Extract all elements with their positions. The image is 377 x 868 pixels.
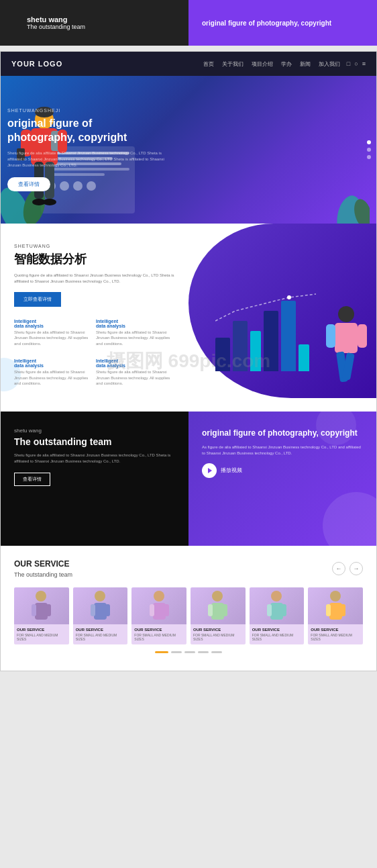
nav-link-about[interactable]: 关于我们 — [222, 60, 244, 68]
data-feature-3: Intelligentdata analysis Shetu figure de… — [14, 356, 89, 389]
nav-link-news[interactable]: 新闻 — [300, 60, 311, 68]
service-card-1-body: OUR SERVICE FOR SMALL AND MEDIUM SIZES — [14, 624, 69, 644]
nav-link-projects[interactable]: 项目介绍 — [252, 60, 273, 68]
hero-leaf-right — [329, 177, 370, 224]
svg-rect-32 — [150, 604, 154, 616]
service-card-3-img-inner — [131, 587, 186, 624]
svg-rect-35 — [211, 603, 224, 620]
service-card-3-image — [131, 587, 186, 624]
data-feature-1: Intelligentdata analysis Shetu figure de… — [14, 316, 89, 349]
data-feature-4: Intelligentdata analysis Shetu figure de… — [96, 356, 171, 389]
search-icon[interactable]: ○ — [354, 60, 358, 67]
service-card-6-image — [308, 587, 363, 624]
nav-link-join[interactable]: 加入我们 — [319, 60, 340, 68]
nav-logo: YOUR LOGO — [11, 60, 62, 68]
split-right: original figure of photography, copyrigh… — [188, 412, 376, 546]
card-person-icon-6 — [324, 589, 347, 623]
purple-blob — [323, 492, 376, 546]
navigation: YOUR LOGO 首页 关于我们 项目介绍 学办 新闻 加入我们 □ ○ ≡ — [1, 52, 376, 76]
hero-dot-2[interactable] — [367, 148, 371, 152]
data-feature-4-desc: Shetu figure de alia affiliated to Shaan… — [96, 369, 171, 386]
play-button[interactable]: 播放视频 — [202, 463, 363, 478]
service-card-5: OUR SERVICE FOR SMALL AND MEDIUM SIZES — [250, 587, 305, 644]
page-dot-1[interactable] — [155, 651, 168, 653]
hero-cta-button[interactable]: 查看详情 — [7, 177, 50, 191]
svg-point-22 — [36, 591, 46, 601]
play-circle[interactable] — [202, 463, 217, 478]
chart-trend-line — [215, 291, 323, 324]
page-dot-4[interactable] — [198, 651, 209, 653]
svg-point-38 — [271, 591, 282, 601]
hero-content: SHETUWANGSHEJI original figure ofphotogr… — [1, 95, 188, 205]
hero-dot-1[interactable] — [367, 140, 371, 144]
svg-rect-41 — [282, 604, 286, 616]
hero-title: original figure ofphotography, copyright — [7, 117, 175, 145]
svg-rect-27 — [94, 603, 107, 620]
service-card-2-subtitle: FOR SMALL AND MEDIUM SIZES — [76, 633, 125, 641]
svg-rect-37 — [223, 604, 227, 616]
data-feature-2: Intelligentdata analysis Shetu figure de… — [96, 316, 171, 349]
menu-icon[interactable]: ≡ — [362, 60, 366, 67]
service-card-5-subtitle: FOR SMALL AND MEDIUM SIZES — [252, 633, 302, 641]
service-card-6-img-inner — [308, 587, 363, 624]
service-next-button[interactable]: → — [349, 562, 363, 575]
data-cta-button[interactable]: 立即查看详情 — [14, 292, 61, 307]
service-card-3-title: OUR SERVICE — [134, 628, 184, 632]
service-card-4-subtitle: FOR SMALL AND MEDIUM SIZES — [193, 633, 243, 641]
data-section: SHETUWANG 智能数据分析 Quoting figure de alia … — [1, 224, 376, 412]
split-left: shetu wang The outstanding team Shetu fi… — [1, 412, 188, 546]
svg-point-34 — [212, 591, 223, 601]
service-card-2-body: OUR SERVICE FOR SMALL AND MEDIUM SIZES — [73, 624, 128, 644]
hero-dots — [367, 140, 371, 159]
svg-rect-25 — [46, 604, 51, 616]
service-card-1: OUR SERVICE FOR SMALL AND MEDIUM SIZES — [14, 587, 69, 644]
svg-rect-21 — [358, 324, 367, 348]
hero-dot-3[interactable] — [367, 155, 371, 159]
website-container: YOUR LOGO 首页 关于我们 项目介绍 学办 新闻 加入我们 □ ○ ≡ — [0, 51, 377, 671]
cart-icon[interactable]: □ — [347, 60, 350, 67]
bar-6 — [299, 344, 309, 371]
play-triangle-icon — [208, 468, 212, 473]
svg-rect-23 — [35, 603, 48, 620]
service-card-3: OUR SERVICE FOR SMALL AND MEDIUM SIZES — [131, 587, 186, 644]
svg-rect-29 — [105, 604, 110, 616]
data-feature-2-title: Intelligentdata analysis — [96, 319, 171, 328]
split-section: shetu wang The outstanding team Shetu fi… — [1, 412, 376, 546]
service-card-5-body: OUR SERVICE FOR SMALL AND MEDIUM SIZES — [250, 624, 305, 644]
card-person-icon-2 — [89, 589, 112, 623]
service-card-3-body: OUR SERVICE FOR SMALL AND MEDIUM SIZES — [131, 624, 186, 644]
service-title: OUR SERVICE — [14, 559, 72, 569]
bar-1 — [215, 338, 230, 371]
split-right-desc: As figure de alia affiliated to Shaanxi … — [202, 444, 363, 456]
svg-rect-43 — [329, 603, 342, 620]
svg-rect-17 — [335, 323, 358, 353]
service-card-1-img-inner — [14, 587, 69, 624]
page-dot-3[interactable] — [184, 651, 195, 653]
data-feature-3-desc: Shetu figure de alia affiliated to Shaan… — [14, 369, 89, 386]
service-card-5-title: OUR SERVICE — [252, 628, 302, 632]
page-dot-5[interactable] — [211, 651, 222, 653]
service-nav: ← → — [332, 562, 363, 575]
nav-link-home[interactable]: 首页 — [203, 60, 214, 68]
svg-rect-33 — [164, 604, 169, 616]
service-card-4-title: OUR SERVICE — [193, 628, 243, 632]
data-sub: SHETUWANG — [14, 244, 188, 248]
split-left-button[interactable]: 查看详情 — [14, 473, 50, 486]
svg-rect-31 — [153, 603, 166, 620]
pagination — [14, 644, 363, 657]
service-section: OUR SERVICE The outstanding team ← → — [1, 546, 376, 671]
service-header: OUR SERVICE The outstanding team ← → — [14, 559, 363, 578]
page-dot-2[interactable] — [171, 651, 182, 653]
service-card-6: OUR SERVICE FOR SMALL AND MEDIUM SIZES — [308, 587, 363, 644]
hero-desc: Shetu figure de alia affiliate to Shaanx… — [7, 150, 175, 168]
service-card-4: OUR SERVICE FOR SMALL AND MEDIUM SIZES — [191, 587, 246, 644]
card-person-icon-5 — [265, 589, 288, 623]
nav-link-study[interactable]: 学办 — [281, 60, 292, 68]
data-feature-3-title: Intelligentdata analysis — [14, 358, 89, 368]
service-prev-button[interactable]: ← — [332, 562, 345, 575]
svg-rect-20 — [326, 324, 335, 348]
data-left: SHETUWANG 智能数据分析 Quoting figure de alia … — [14, 244, 188, 389]
svg-rect-36 — [208, 604, 213, 616]
service-card-1-title: OUR SERVICE — [17, 628, 66, 632]
service-card-2-title: OUR SERVICE — [76, 628, 125, 632]
